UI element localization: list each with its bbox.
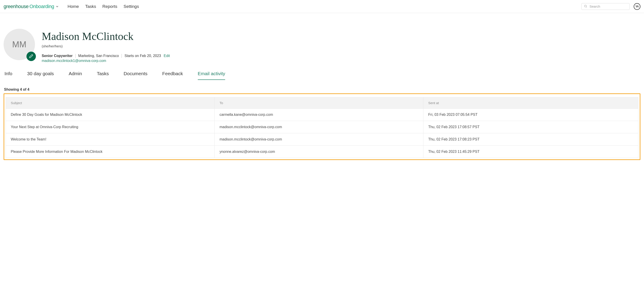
profile-dept-loc: Marketing, San Francisco <box>78 54 119 58</box>
tab-email-activity[interactable]: Email activity <box>198 71 225 80</box>
nav-settings[interactable]: Settings <box>124 4 139 9</box>
email-activity-table-frame: Subject To Sent at Define 30 Day Goals f… <box>4 93 640 160</box>
user-initials: YA <box>636 5 639 8</box>
result-count: Showing 4 of 4 <box>4 88 640 92</box>
profile-email[interactable]: madison.mcclintock1@omniva-corp.com <box>42 59 170 63</box>
nav-home[interactable]: Home <box>68 4 79 9</box>
col-to[interactable]: To <box>214 97 423 109</box>
search-icon <box>584 5 587 9</box>
profile-name: Madison McClintock <box>42 30 170 43</box>
tab-30-day-goals[interactable]: 30 day goals <box>27 71 54 80</box>
cell-to: madison.mcclintock@omniva-corp.com <box>214 121 423 133</box>
profile-header: MM Madison McClintock (she/her/hers) Sen… <box>4 29 640 63</box>
email-activity-table: Subject To Sent at Define 30 Day Goals f… <box>6 97 638 158</box>
main-nav: Home Tasks Reports Settings <box>68 4 139 9</box>
nav-reports[interactable]: Reports <box>102 4 117 9</box>
tab-info[interactable]: Info <box>4 71 12 80</box>
logo-word-brand: greenhouse <box>4 4 28 10</box>
cell-sent: Fri, 03 Feb 2023 07:05:54 PST <box>423 109 638 121</box>
table-row[interactable]: Please Provide More Information For Madi… <box>6 146 638 158</box>
divider <box>122 54 122 58</box>
table-row[interactable]: Define 30 Day Goals for Madison McClinto… <box>6 109 638 121</box>
divider <box>75 54 76 58</box>
svg-point-0 <box>584 5 586 7</box>
tab-tasks[interactable]: Tasks <box>97 71 109 80</box>
col-sent-at[interactable]: Sent at <box>423 97 638 109</box>
cell-to: madison.mcclintock@omniva-corp.com <box>214 133 423 146</box>
cell-to: ynonne.alvarez@omniva-corp.com <box>214 146 423 158</box>
col-subject[interactable]: Subject <box>6 97 214 109</box>
pencil-icon <box>29 54 34 59</box>
cell-subject: Define 30 Day Goals for Madison McClinto… <box>6 109 214 121</box>
cell-subject: Please Provide More Information For Madi… <box>6 146 214 158</box>
profile-avatar-initials: MM <box>12 40 26 49</box>
profile-pronouns: (she/her/hers) <box>42 44 170 48</box>
nav-tasks[interactable]: Tasks <box>85 4 96 9</box>
cell-sent: Thu, 02 Feb 2023 17:08:23 PST <box>423 133 638 146</box>
user-avatar[interactable]: YA <box>634 3 640 10</box>
chevron-down-icon[interactable] <box>56 5 59 8</box>
table-row[interactable]: Your Next Step at Omniva-Corp Recruiting… <box>6 121 638 133</box>
search-box[interactable] <box>582 3 630 10</box>
search-input[interactable] <box>590 5 627 8</box>
cell-subject: Your Next Step at Omniva-Corp Recruiting <box>6 121 214 133</box>
topbar: greenhouse Onboarding Home Tasks Reports… <box>0 0 644 13</box>
cell-to: carmella.kane@omniva-corp.com <box>214 109 423 121</box>
cell-sent: Thu, 02 Feb 2023 17:08:57 PST <box>423 121 638 133</box>
edit-avatar-button[interactable] <box>26 52 36 61</box>
tab-feedback[interactable]: Feedback <box>162 71 183 80</box>
profile-title: Senior Copywriter <box>42 54 73 58</box>
profile-tabs: Info 30 day goals Admin Tasks Documents … <box>4 71 640 80</box>
edit-start-link[interactable]: Edit <box>164 54 170 58</box>
svg-line-1 <box>586 7 587 8</box>
logo-word-product: Onboarding <box>29 4 54 10</box>
profile-start-date: Starts on Feb 20, 2023 <box>124 54 161 58</box>
table-row[interactable]: Welcome to the Team!madison.mcclintock@o… <box>6 133 638 146</box>
cell-sent: Thu, 02 Feb 2023 11:45:29 PST <box>423 146 638 158</box>
brand-logo[interactable]: greenhouse Onboarding <box>4 4 59 10</box>
tab-documents[interactable]: Documents <box>124 71 147 80</box>
tab-admin[interactable]: Admin <box>68 71 82 80</box>
cell-subject: Welcome to the Team! <box>6 133 214 146</box>
